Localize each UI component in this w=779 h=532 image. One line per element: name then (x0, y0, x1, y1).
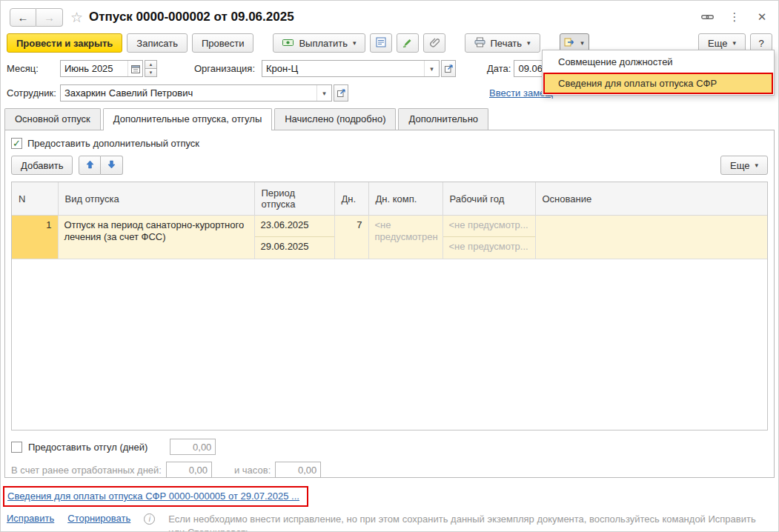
spin-down-icon[interactable]: ▼ (145, 69, 157, 78)
provide-additional-checkbox[interactable] (11, 138, 22, 149)
employee-input[interactable] (61, 85, 316, 101)
period-end[interactable]: 29.06.2025 (255, 237, 334, 259)
cell-period[interactable]: 23.06.2025 29.06.2025 (254, 216, 334, 259)
favorite-star-icon[interactable]: ☆ (70, 9, 83, 26)
post-button[interactable]: Провести (192, 33, 254, 53)
provide-timeoff-label: Предоставить отгул (дней) (28, 442, 147, 453)
pay-button[interactable]: Выплатить ▾ (273, 33, 365, 53)
cell-days[interactable]: 7 (334, 216, 368, 259)
table-header-row: N Вид отпуска Период отпуска Дн. Дн. ком… (12, 182, 767, 216)
org-open-icon[interactable] (441, 60, 456, 77)
tab-label: Основной отпуск (15, 113, 90, 124)
spin-up-icon[interactable]: ▲ (145, 60, 157, 69)
work-year-end[interactable]: <не предусмотр... (443, 237, 535, 259)
tab-label: Дополнительные отпуска, отгулы (113, 113, 262, 124)
post-and-close-label: Провести и закрыть (16, 38, 113, 49)
move-row-buttons (79, 156, 123, 175)
statement-button[interactable] (370, 33, 392, 53)
chevron-down-icon: ▾ (353, 39, 357, 47)
col-header-kind: Вид отпуска (58, 182, 254, 216)
get-link-icon[interactable] (700, 10, 715, 24)
more-label: Еще (730, 160, 749, 171)
tab-additional-vacations[interactable]: Дополнительные отпуска, отгулы (103, 108, 273, 130)
sfr-link-annotation-box: Сведения для оплаты отпуска СФР 0000-000… (3, 486, 308, 507)
days-text: 7 (335, 216, 368, 235)
provide-timeoff-row: Предоставить отгул (дней) (11, 439, 768, 455)
print-button[interactable]: Печать ▾ (465, 33, 540, 53)
tab-accrued-detailed[interactable]: Начислено (подробно) (274, 108, 396, 130)
print-label: Печать (490, 38, 522, 49)
menu-item-combination-of-positions[interactable]: Совмещение должностей (543, 51, 773, 73)
chevron-down-icon: ▾ (755, 162, 758, 169)
employee-choose-chevron-icon[interactable]: ▾ (316, 85, 331, 101)
calendar-icon[interactable] (127, 61, 142, 76)
chevron-down-icon: ▾ (732, 39, 736, 47)
back-button[interactable]: ← (10, 8, 36, 27)
col-header-n: N (12, 182, 58, 216)
date-label: Дата: (487, 63, 511, 74)
work-year-start[interactable]: <не предусмотр... (443, 216, 535, 237)
add-label: Добавить (21, 160, 63, 171)
tab-main-vacation[interactable]: Основной отпуск (4, 108, 101, 130)
tab-additionally[interactable]: Дополнительно (398, 108, 488, 130)
employee-open-icon[interactable] (334, 84, 348, 102)
table-more-button[interactable]: Еще ▾ (720, 156, 768, 175)
vacations-grid: N Вид отпуска Период отпуска Дн. Дн. ком… (11, 182, 768, 430)
provide-additional-label: Предоставить дополнительный отпуск (27, 138, 199, 149)
add-row-button[interactable]: Добавить (11, 156, 73, 175)
cell-row-number[interactable]: 1 (12, 216, 58, 259)
forward-arrow-icon: → (44, 11, 55, 24)
help-label: ? (758, 38, 763, 49)
organization-input[interactable] (262, 61, 424, 76)
arrow-down-icon (107, 160, 116, 171)
org-choose-chevron-icon[interactable]: ▾ (424, 61, 439, 76)
tab-label: Дополнительно (408, 113, 478, 124)
attachments-button[interactable] (423, 33, 445, 53)
titlebar-actions: ⋮ ✕ (700, 10, 769, 24)
close-icon[interactable]: ✕ (755, 10, 769, 24)
cell-days-comp[interactable]: <не предусмотрен (368, 216, 442, 259)
month-stepper: ▲ ▼ (145, 60, 157, 77)
more-label: Еще (708, 38, 727, 49)
employee-field: ▾ (60, 84, 332, 102)
create-based-on-menu: Совмещение должностей Сведения для оплат… (542, 50, 775, 96)
hours-input[interactable] (275, 462, 321, 478)
table-row[interactable]: 1 Отпуск на период санаторно-курортного … (12, 216, 767, 259)
earned-days-input[interactable] (166, 462, 212, 478)
table-command-bar: Добавить Еще ▾ (11, 156, 768, 175)
cell-work-year[interactable]: <не предусмотр... <не предусмотр... (442, 216, 535, 259)
info-icon: i (144, 513, 155, 525)
month-field (60, 60, 143, 77)
month-input[interactable] (61, 61, 127, 76)
col-header-basis: Основание (535, 182, 767, 216)
sign-button[interactable] (397, 33, 419, 53)
move-up-button[interactable] (79, 156, 101, 175)
provide-additional-row: Предоставить дополнительный отпуск (11, 138, 768, 149)
window-menu-dots-icon[interactable]: ⋮ (727, 10, 742, 24)
titlebar: ← → ☆ Отпуск 0000-000002 от 09.06.2025 ⋮… (1, 1, 778, 33)
post-and-close-button[interactable]: Провести и закрыть (7, 33, 122, 53)
organization-label: Организация: (194, 63, 262, 74)
reverse-link[interactable]: Сторнировать (67, 513, 130, 524)
col-header-days-comp: Дн. комп. (368, 182, 442, 216)
correction-row: Исправить Сторнировать i Если необходимо… (7, 513, 772, 532)
hours-label: и часов: (234, 465, 271, 476)
forward-button[interactable]: → (36, 8, 63, 27)
create-based-on-icon (564, 37, 575, 50)
fix-link[interactable]: Исправить (7, 513, 54, 524)
move-down-button[interactable] (101, 156, 123, 175)
col-header-period: Период отпуска (254, 182, 334, 216)
days-comp-text: <не предусмотрен (369, 216, 442, 247)
col-header-days: Дн. (334, 182, 368, 216)
cell-basis[interactable] (535, 216, 767, 259)
sfr-document-link[interactable]: Сведения для оплаты отпуска СФР 0000-000… (7, 491, 299, 502)
provide-timeoff-checkbox[interactable] (11, 442, 22, 453)
write-button[interactable]: Записать (127, 33, 188, 53)
timeoff-days-input[interactable] (170, 439, 216, 455)
cell-vacation-kind[interactable]: Отпуск на период санаторно-курортного ле… (58, 216, 254, 259)
menu-item-sfr-payment-info[interactable]: Сведения для оплаты отпуска СФР (543, 73, 773, 94)
period-start[interactable]: 23.06.2025 (255, 216, 334, 237)
nav-buttons: ← → (10, 8, 63, 27)
pen-icon (402, 37, 413, 50)
vacation-kind-text: Отпуск на период санаторно-курортного ле… (59, 216, 254, 247)
